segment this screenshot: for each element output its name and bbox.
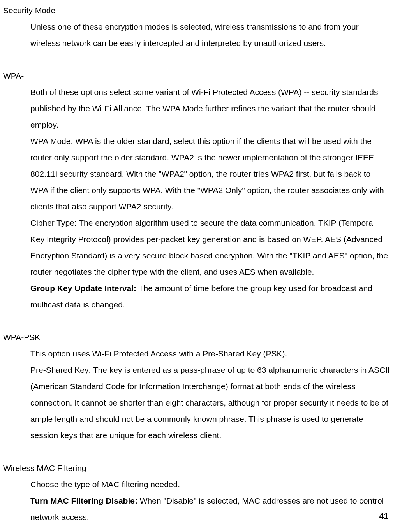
para-wpa-psk-2: Pre-Shared Key: The key is entered as a … (30, 362, 390, 444)
para-wpa-3: Cipher Type: The encryption algorithm us… (30, 215, 390, 280)
para-mac-filtering-2-bold: Turn MAC Filtering Disable: (30, 496, 140, 505)
para-mac-filtering-2: Turn MAC Filtering Disable: When "Disabl… (30, 493, 390, 525)
heading-wpa: WPA- (3, 68, 390, 84)
para-wpa-psk-1: This option uses Wi-Fi Protected Access … (30, 346, 390, 362)
para-wpa-1: Both of these options select some varian… (30, 84, 390, 133)
para-wpa-2: WPA Mode: WPA is the older standard; sel… (30, 133, 390, 215)
document-page: Security Mode Unless one of these encryp… (0, 0, 393, 532)
heading-mac-filtering: Wireless MAC Filtering (3, 460, 390, 476)
page-number: 41 (379, 508, 388, 524)
para-wpa-4-bold: Group Key Update Interval: (30, 284, 139, 293)
para-security-mode-1: Unless one of these encryption modes is … (30, 19, 390, 51)
heading-security-mode: Security Mode (3, 2, 390, 19)
para-mac-filtering-1: Choose the type of MAC filtering needed. (30, 476, 390, 493)
para-wpa-4: Group Key Update Interval: The amount of… (30, 280, 390, 313)
heading-wpa-psk: WPA-PSK (3, 329, 390, 346)
